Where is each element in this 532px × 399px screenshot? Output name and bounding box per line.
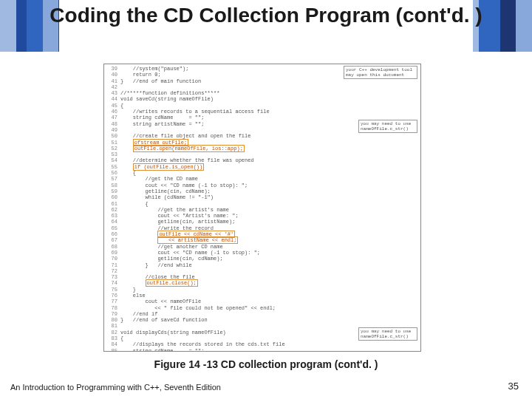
code-line: 42 [104, 84, 420, 90]
code-line: 75 } [104, 287, 420, 293]
code-line: 56 { [104, 170, 420, 176]
tooltip-cstr-2: you may need to use nameOfFile.c_str() [358, 327, 417, 341]
code-line: 62 //get the artist's name [104, 207, 420, 213]
code-line: 74 outFile.close(); [104, 280, 420, 286]
code-line: 78 << " file could not be opened" << end… [104, 305, 420, 311]
code-line: 64 getline(cin, artistName); [104, 219, 420, 225]
code-line: 63 cout << "Artist's name: "; [104, 213, 420, 219]
code-line: 70 getline(cin, cdName); [104, 256, 420, 262]
code-line: 61 { [104, 201, 420, 207]
code-line: 77 cout << nameOfFile [104, 299, 420, 304]
code-line: 45{ [104, 103, 420, 109]
code-line: 59 getline(cin, cdName); [104, 188, 420, 194]
code-line: 44void saveCd(string nameOfFile) [104, 96, 420, 102]
slide-title: Coding the CD Collection Program (cont'd… [0, 3, 532, 28]
code-line: 68 //get another CD name [104, 244, 420, 250]
footer-page-number: 35 [508, 381, 519, 392]
code-line: 72 [104, 268, 420, 274]
code-line: 46 //writes records to a sequential acce… [104, 109, 420, 115]
tooltip-cstr-1: you may need to use nameOfFile.c_str() [358, 120, 417, 133]
code-line: 65 //write the record [104, 225, 420, 231]
code-line: 79 //end if [104, 311, 420, 317]
code-line: 85 string cdName = ""; [104, 348, 420, 352]
code-line: 53 [104, 151, 420, 157]
code-line: 80} //end of saveCd function [104, 317, 420, 323]
code-line: 52 outFile.open(nameOfFile, ios::app); [104, 146, 420, 151]
code-line: 76 else [104, 293, 420, 299]
figure-caption: Figure 14 -13 CD collection program (con… [0, 358, 532, 370]
code-body: 39 //system("pause");40 return 0;41} //e… [104, 66, 420, 352]
code-line: 84 //displays the records stored in the … [104, 341, 420, 347]
code-figure: your C++ development tool may open this … [103, 64, 421, 352]
code-line: 58 cout << "CD name (-1 to stop): "; [104, 183, 420, 188]
code-line: 57 //get the CD name [104, 176, 420, 182]
tooltip-dev-tool: your C++ development tool may open this … [344, 66, 417, 79]
code-line: 43//*****function definitions***** [104, 90, 420, 96]
footer-book-title: An Introduction to Programming with C++,… [10, 383, 221, 392]
code-line: 55 if (outFile.is_open()) [104, 164, 420, 170]
code-line: 67 << artistName << endl; [104, 237, 420, 243]
code-line: 69 cout << "CD name (-1 to stop): "; [104, 250, 420, 256]
code-line: 71 } //end while [104, 262, 420, 268]
code-line: 60 while (cdName != "-1") [104, 194, 420, 200]
